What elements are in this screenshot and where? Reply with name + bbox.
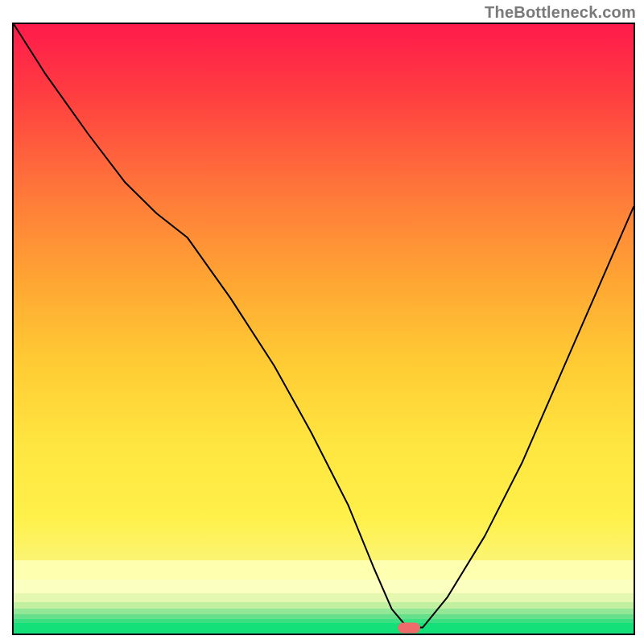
chart-stage: TheBottleneck.com [0,0,644,644]
bottleneck-curve [14,24,634,627]
plot-area [12,23,635,635]
curve-layer [14,24,634,634]
highlight-marker [398,623,420,634]
watermark-text: TheBottleneck.com [485,3,636,22]
